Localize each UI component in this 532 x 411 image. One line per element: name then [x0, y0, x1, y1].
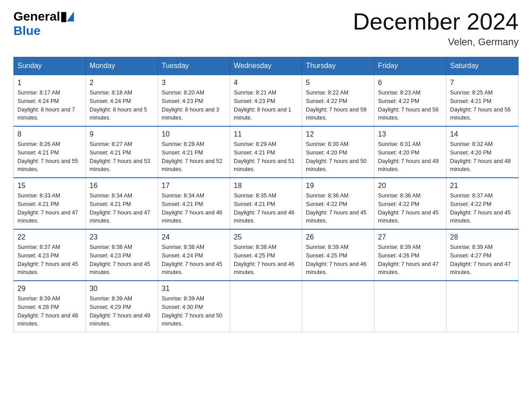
daylight-label: Daylight: 7 hours and 46 minutes.	[234, 210, 295, 224]
day-number: 2	[90, 79, 154, 87]
header-thursday: Thursday	[302, 57, 374, 75]
daylight-label: Daylight: 7 hours and 58 minutes.	[378, 107, 439, 121]
sunset-label: Sunset: 4:22 PM	[450, 201, 491, 207]
sunset-label: Sunset: 4:24 PM	[162, 253, 203, 259]
day-number: 1	[17, 79, 82, 87]
sunset-label: Sunset: 4:28 PM	[17, 304, 59, 310]
week-row-3: 15 Sunrise: 8:33 AM Sunset: 4:21 PM Dayl…	[14, 178, 519, 229]
daylight-label: Daylight: 7 hours and 47 minutes.	[450, 261, 511, 276]
day-info: Sunrise: 8:18 AM Sunset: 4:24 PM Dayligh…	[90, 89, 154, 122]
day-info: Sunrise: 8:33 AM Sunset: 4:21 PM Dayligh…	[17, 192, 82, 225]
sunrise-label: Sunrise: 8:39 AM	[378, 244, 420, 250]
header-sunday: Sunday	[14, 57, 86, 75]
day-number: 5	[306, 79, 370, 87]
day-number: 29	[17, 285, 82, 293]
day-cell	[230, 281, 302, 332]
sunset-label: Sunset: 4:22 PM	[306, 98, 347, 104]
location-subtitle: Velen, Germany	[353, 36, 519, 48]
header-friday: Friday	[374, 57, 446, 75]
daylight-label: Daylight: 7 hours and 45 minutes.	[306, 210, 367, 224]
daylight-label: Daylight: 7 hours and 48 minutes.	[450, 158, 511, 173]
day-cell: 28 Sunrise: 8:39 AM Sunset: 4:27 PM Dayl…	[446, 229, 519, 281]
sunset-label: Sunset: 4:21 PM	[234, 201, 275, 207]
daylight-label: Daylight: 7 hours and 56 minutes.	[450, 107, 511, 121]
sunrise-label: Sunrise: 8:17 AM	[17, 90, 60, 96]
day-info: Sunrise: 8:26 AM Sunset: 4:21 PM Dayligh…	[17, 140, 82, 174]
day-cell: 5 Sunrise: 8:22 AM Sunset: 4:22 PM Dayli…	[302, 75, 374, 126]
sunset-label: Sunset: 4:20 PM	[378, 150, 419, 156]
sunrise-label: Sunrise: 8:34 AM	[90, 193, 132, 199]
day-cell: 13 Sunrise: 8:31 AM Sunset: 4:20 PM Dayl…	[374, 126, 446, 178]
day-number: 31	[162, 285, 226, 293]
sunrise-label: Sunrise: 8:26 AM	[17, 141, 60, 147]
day-cell: 26 Sunrise: 8:39 AM Sunset: 4:25 PM Dayl…	[302, 229, 374, 281]
sunrise-label: Sunrise: 8:39 AM	[90, 295, 132, 302]
day-number: 8	[17, 130, 82, 138]
day-cell: 3 Sunrise: 8:20 AM Sunset: 4:23 PM Dayli…	[158, 75, 230, 126]
day-cell: 11 Sunrise: 8:29 AM Sunset: 4:21 PM Dayl…	[230, 126, 302, 178]
sunrise-label: Sunrise: 8:20 AM	[162, 90, 204, 96]
sunrise-label: Sunrise: 8:36 AM	[306, 193, 348, 199]
daylight-label: Daylight: 8 hours and 7 minutes.	[17, 107, 75, 121]
sunset-label: Sunset: 4:23 PM	[234, 98, 275, 104]
day-info: Sunrise: 8:39 AM Sunset: 4:27 PM Dayligh…	[450, 243, 515, 277]
sunrise-label: Sunrise: 8:31 AM	[378, 141, 420, 147]
sunrise-label: Sunrise: 8:28 AM	[162, 141, 204, 147]
day-cell: 15 Sunrise: 8:33 AM Sunset: 4:21 PM Dayl…	[14, 178, 86, 229]
sunset-label: Sunset: 4:22 PM	[378, 201, 419, 207]
day-cell: 18 Sunrise: 8:35 AM Sunset: 4:21 PM Dayl…	[230, 178, 302, 229]
day-info: Sunrise: 8:27 AM Sunset: 4:21 PM Dayligh…	[90, 140, 154, 174]
day-number: 14	[450, 130, 515, 138]
day-info: Sunrise: 8:38 AM Sunset: 4:24 PM Dayligh…	[162, 243, 226, 277]
day-info: Sunrise: 8:25 AM Sunset: 4:21 PM Dayligh…	[450, 89, 515, 122]
logo-general-text: General	[13, 9, 60, 24]
day-cell: 10 Sunrise: 8:28 AM Sunset: 4:21 PM Dayl…	[158, 126, 230, 178]
week-row-2: 8 Sunrise: 8:26 AM Sunset: 4:21 PM Dayli…	[14, 126, 519, 178]
sunrise-label: Sunrise: 8:38 AM	[234, 244, 276, 250]
header-tuesday: Tuesday	[158, 57, 230, 75]
daylight-label: Daylight: 7 hours and 46 minutes.	[162, 210, 223, 224]
day-info: Sunrise: 8:30 AM Sunset: 4:20 PM Dayligh…	[306, 140, 370, 174]
day-number: 17	[162, 182, 226, 190]
daylight-label: Daylight: 7 hours and 46 minutes.	[234, 261, 295, 276]
daylight-label: Daylight: 8 hours and 1 minute.	[234, 107, 292, 121]
sunset-label: Sunset: 4:26 PM	[378, 253, 419, 259]
day-info: Sunrise: 8:37 AM Sunset: 4:23 PM Dayligh…	[17, 243, 82, 277]
day-info: Sunrise: 8:34 AM Sunset: 4:21 PM Dayligh…	[90, 192, 154, 225]
daylight-label: Daylight: 7 hours and 55 minutes.	[17, 158, 78, 173]
sunrise-label: Sunrise: 8:23 AM	[378, 90, 420, 96]
daylight-label: Daylight: 7 hours and 47 minutes.	[90, 210, 150, 224]
sunset-label: Sunset: 4:30 PM	[162, 304, 203, 310]
logo: General ▮ Blue	[13, 9, 74, 38]
day-cell	[446, 281, 519, 332]
logo-blue-part: ▮	[60, 9, 74, 24]
day-number: 6	[378, 79, 442, 87]
day-info: Sunrise: 8:32 AM Sunset: 4:20 PM Dayligh…	[450, 140, 515, 174]
day-number: 15	[17, 182, 82, 190]
day-cell: 27 Sunrise: 8:39 AM Sunset: 4:26 PM Dayl…	[374, 229, 446, 281]
day-number: 27	[378, 233, 442, 241]
daylight-label: Daylight: 7 hours and 47 minutes.	[17, 210, 78, 224]
sunset-label: Sunset: 4:21 PM	[17, 150, 59, 156]
week-row-5: 29 Sunrise: 8:39 AM Sunset: 4:28 PM Dayl…	[14, 281, 519, 332]
title-section: December 2024 Velen, Germany	[353, 9, 519, 48]
daylight-label: Daylight: 7 hours and 49 minutes.	[378, 158, 439, 173]
day-info: Sunrise: 8:23 AM Sunset: 4:22 PM Dayligh…	[378, 89, 442, 122]
daylight-label: Daylight: 7 hours and 45 minutes.	[90, 261, 150, 276]
daylight-label: Daylight: 7 hours and 53 minutes.	[90, 158, 150, 173]
day-cell: 7 Sunrise: 8:25 AM Sunset: 4:21 PM Dayli…	[446, 75, 519, 126]
day-cell: 20 Sunrise: 8:36 AM Sunset: 4:22 PM Dayl…	[374, 178, 446, 229]
day-number: 26	[306, 233, 370, 241]
day-info: Sunrise: 8:31 AM Sunset: 4:20 PM Dayligh…	[378, 140, 442, 174]
day-number: 7	[450, 79, 515, 87]
day-info: Sunrise: 8:22 AM Sunset: 4:22 PM Dayligh…	[306, 89, 370, 122]
sunrise-label: Sunrise: 8:30 AM	[306, 141, 348, 147]
daylight-label: Daylight: 7 hours and 45 minutes.	[162, 261, 223, 276]
day-info: Sunrise: 8:21 AM Sunset: 4:23 PM Dayligh…	[234, 89, 298, 122]
day-cell: 9 Sunrise: 8:27 AM Sunset: 4:21 PM Dayli…	[86, 126, 158, 178]
day-number: 24	[162, 233, 226, 241]
day-cell: 25 Sunrise: 8:38 AM Sunset: 4:25 PM Dayl…	[230, 229, 302, 281]
day-number: 22	[17, 233, 82, 241]
sunset-label: Sunset: 4:24 PM	[17, 98, 59, 104]
page-header: General ▮ Blue December 2024 Velen, Germ…	[13, 9, 519, 48]
